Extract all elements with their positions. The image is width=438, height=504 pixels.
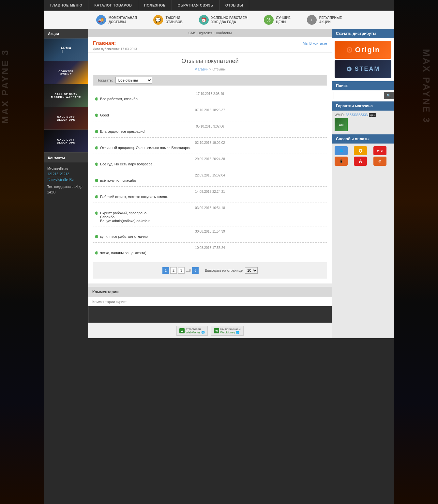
- feature-promo: + РЕГУЛЯРНЫЕ АКЦИИ: [307, 15, 342, 25]
- wm-accepting-badge: W мы принимаемWebMoney 🌐: [211, 326, 243, 336]
- origin-banner[interactable]: ⊙ Origin: [335, 41, 391, 59]
- contacts-title: Контакты: [44, 153, 88, 162]
- top-nav: ГЛАВНОЕ МЕНЮ КАТАЛОГ ТОВАРОВ ПОЛЕЗНОЕ ОБ…: [44, 0, 394, 11]
- page-3[interactable]: 3: [178, 267, 185, 274]
- main-wrapper: ГЛАВНОЕ МЕНЮ КАТАЛОГ ТОВАРОВ ПОЛЕЗНОЕ ОБ…: [44, 0, 394, 504]
- guarantees-title: Гарантии магазина: [332, 101, 394, 111]
- payment-section: Способы оплаты 🌐 Q МТС 📱 A @: [332, 134, 394, 168]
- delivery-icon: 🚚: [96, 15, 106, 25]
- contacts-content: Mydigiseller.ru 121212121212 🗨 mydigisel…: [44, 162, 88, 198]
- filter-label: Показать:: [97, 78, 113, 82]
- promo-section-title: Акции: [44, 29, 88, 38]
- reviews-list: 17.10.2013 2:08:49⊕Все работает, спасибо…: [93, 89, 327, 259]
- banner-black-ops[interactable]: CALL·DUTYBLACK OPS: [44, 107, 88, 130]
- contacts-section: Контакты Mydigiseller.ru 121212121212 🗨 …: [44, 153, 88, 198]
- page-header: Главная: Мы В контакте Дата публикации: …: [88, 37, 332, 53]
- search-input[interactable]: [334, 92, 383, 99]
- steam-label: STEAM: [355, 66, 380, 72]
- nav-useful[interactable]: ПОЛЕЗНОЕ: [138, 0, 172, 10]
- review-plus-icon: ⊕: [95, 250, 98, 255]
- banner-bod-label: CALL·DUTYBLACK OPS: [44, 107, 88, 130]
- breadcrumb-reviews: Отзывы: [212, 67, 225, 71]
- wm-attested-badge: W аттестованWebMoney 🌐: [176, 326, 208, 336]
- feature-reviews: 💬 ТЫСЯЧИ ОТЗЫВОВ: [153, 15, 183, 25]
- page-6[interactable]: 6: [192, 267, 199, 274]
- wmid-label: WMID:: [335, 113, 345, 117]
- banner-bo2-label: CALL·DUTYBLACK OPS: [44, 130, 88, 152]
- review-text-content: Все работает, спасибо: [100, 97, 138, 101]
- skype-link[interactable]: mydigiseller.Ru: [52, 178, 74, 181]
- steam-icon: ⚙: [346, 65, 353, 73]
- banner-arma-label: ARMAII: [44, 38, 88, 61]
- webmoney-cert: WM: [335, 118, 348, 131]
- payment-mts[interactable]: МТС: [373, 146, 386, 155]
- promo-icon: +: [307, 15, 317, 25]
- up-badge: up...: [369, 113, 376, 117]
- payment-qiwi[interactable]: Q: [354, 146, 367, 155]
- review-text-content: Рабочий скрипт, можете покупать смело.: [100, 195, 168, 199]
- wmid-value: 333333333333: [346, 113, 368, 117]
- guarantee-content: WMID: 333333333333 up... WM: [332, 111, 394, 134]
- review-date: 30.08.2013 11:54:39: [95, 230, 325, 233]
- comments-section: Комментарии Комментарии скрипт: [88, 287, 332, 323]
- publish-date: Дата публикации: 17.03.2013: [93, 47, 327, 51]
- nav-catalog[interactable]: КАТАЛОГ ТОВАРОВ: [88, 0, 138, 10]
- review-plus-icon: ⊕: [95, 194, 98, 199]
- breadcrumb-shop[interactable]: Магазин: [194, 67, 208, 71]
- payment-mail[interactable]: @: [373, 157, 386, 166]
- banner-arma[interactable]: ARMAII: [44, 38, 88, 61]
- page-title: Главная:: [93, 40, 116, 46]
- review-text: ⊕всё получил, спасибо: [95, 178, 325, 183]
- support-hours: Тех. поддержка с 14 до 24:00: [47, 184, 85, 195]
- review-plus-icon: ⊕: [95, 234, 98, 239]
- page-1[interactable]: 1: [162, 267, 169, 274]
- nav-reviews[interactable]: ОТЗЫВЫ: [219, 0, 249, 10]
- wm-attested-label: аттестованWebMoney 🌐: [186, 328, 205, 334]
- delivery-text: МОМЕНТАЛЬНАЯ ДОСТАВКА: [109, 16, 137, 24]
- page-2[interactable]: 2: [170, 267, 177, 274]
- review-text-content: Скрипт рабочий, проверено. Спасибо! Бону…: [100, 211, 152, 223]
- search-button[interactable]: 🔍: [384, 92, 394, 99]
- features-bar: 🚚 МОМЕНТАЛЬНАЯ ДОСТАВКА 💬 ТЫСЯЧИ ОТЗЫВОВ…: [44, 11, 394, 29]
- feature-prices: % ЛУЧШИЕ ЦЕНЫ: [264, 15, 291, 25]
- search-content: 🔍: [332, 90, 394, 101]
- guarantees-section: Гарантии магазина WMID: 333333333333 up.…: [332, 101, 394, 134]
- review-plus-icon: ⊕: [95, 113, 98, 118]
- review-text-content: купил, все работает отлично: [100, 235, 148, 238]
- reviews-box: Отзывы покупателей Магазин > Отзывы Пока…: [88, 53, 332, 283]
- review-text: ⊕четко, пацаны ваще котята): [95, 251, 325, 255]
- review-plus-icon: ⊕: [95, 210, 98, 216]
- review-date: 29.09.2013 20:24:38: [95, 157, 325, 161]
- promo-text: РЕГУЛЯРНЫЕ АКЦИИ: [319, 16, 342, 24]
- review-text: ⊕Рабочий скрипт, можете покупать смело.: [95, 195, 325, 199]
- payment-globe[interactable]: 🌐: [335, 146, 348, 155]
- banner-black-ops-2[interactable]: CALL·DUTYBLACK OPS: [44, 130, 88, 153]
- banner-modern-warfare[interactable]: CALL OF DUTYMODERN WARFARE: [44, 84, 88, 107]
- nav-feedback[interactable]: ОБРАТНАЯ СВЯЗЬ: [172, 0, 219, 10]
- review-text: ⊕Скрипт рабочий, проверено. Спасибо! Бон…: [95, 211, 325, 223]
- filter-select[interactable]: Все отзывы Положительные Отрицательные: [115, 77, 152, 84]
- banner-mw-label: CALL OF DUTYMODERN WARFARE: [44, 84, 88, 107]
- per-page-select[interactable]: 10 20 50: [245, 267, 258, 274]
- comments-title: Комментарии: [88, 287, 332, 297]
- phone-link[interactable]: 121212121212: [47, 172, 69, 176]
- main-content: CMS Digiseller + шаблоны Главная: Мы В к…: [88, 29, 332, 338]
- review-item: 03.09.2013 16:54:18⊕Скрипт рабочий, пров…: [93, 203, 327, 226]
- review-date: 10.08.2013 17:53:24: [95, 246, 325, 250]
- review-text-content: четко, пацаны ваще котята): [100, 251, 146, 255]
- reviews-title: Отзывы покупателей: [93, 58, 327, 65]
- review-item: 07.10.2013 18:26:37⊕Good: [93, 105, 327, 121]
- vk-link[interactable]: Мы В контакте: [303, 41, 327, 45]
- payment-orange[interactable]: 📱: [335, 157, 348, 166]
- review-date: 22.09.2013 15:32:04: [95, 174, 325, 177]
- wmid-row: WMID: 333333333333 up...: [335, 113, 391, 117]
- review-text-content: Благодарю, все прекрасно!: [100, 130, 145, 133]
- nav-home[interactable]: ГЛАВНОЕ МЕНЮ: [44, 0, 88, 10]
- payment-alfa[interactable]: A: [354, 157, 367, 166]
- review-date: 05.10.2013 3:32:06: [95, 125, 325, 128]
- banner-counter-strike[interactable]: COUNTERSTRIKE: [44, 61, 88, 84]
- cert-icon: WM: [339, 123, 343, 126]
- review-date: 17.10.2013 2:08:49: [95, 92, 325, 96]
- page-title-row: Главная: Мы В контакте: [93, 40, 327, 46]
- steam-banner[interactable]: ⚙ STEAM: [335, 60, 391, 78]
